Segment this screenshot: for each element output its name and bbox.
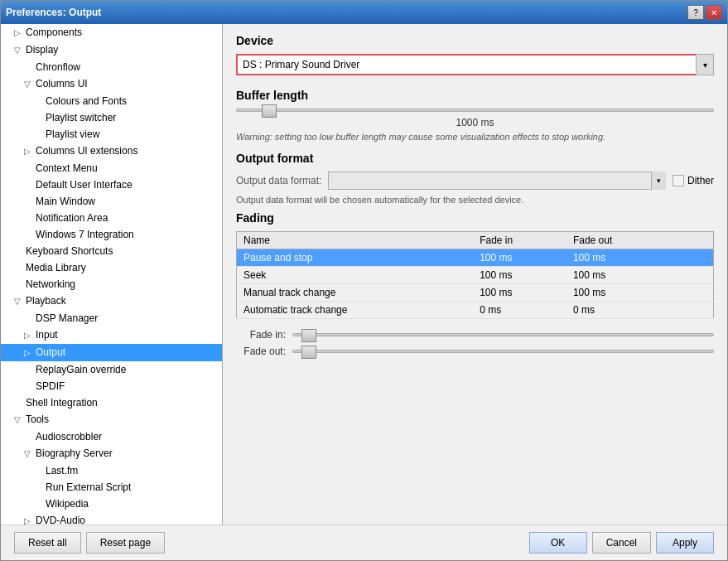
fade-in-slider-row: Fade in: — [236, 329, 714, 341]
fading-row-fade-out: 100 ms — [566, 249, 673, 267]
sidebar-item-label: Chronflow — [36, 61, 80, 73]
sidebar-item-shell-integration[interactable]: Shell Integration — [1, 394, 222, 411]
buffer-slider-row — [236, 109, 714, 112]
fading-col-name: Name — [237, 232, 474, 249]
reset-page-button[interactable]: Reset page — [86, 532, 165, 554]
sidebar-item-label: Output — [36, 346, 65, 358]
bottom-left-buttons: Reset all Reset page — [14, 532, 165, 554]
reset-all-button[interactable]: Reset all — [14, 532, 81, 554]
fading-row-extra — [673, 302, 714, 319]
sidebar-item-notification-area[interactable]: Notification Area — [1, 210, 222, 226]
sidebar-item-dsp-manager[interactable]: DSP Manager — [1, 310, 222, 326]
sidebar-item-dvd-audio[interactable]: ▷DVD-Audio — [1, 512, 222, 525]
bottom-bar: Reset all Reset page OK Cancel Apply — [1, 525, 727, 560]
sidebar-item-label: Audioscrobbler — [36, 431, 102, 443]
sidebar-item-spdif[interactable]: SPDIF — [1, 378, 222, 394]
tree-arrow-icon: ▷ — [14, 26, 26, 41]
sidebar-item-chronflow[interactable]: Chronflow — [1, 59, 222, 75]
buffer-ms-value: 1000 ms — [236, 117, 714, 128]
sidebar-item-windows-7-int[interactable]: Windows 7 Integration — [1, 226, 222, 243]
sidebar-item-wikipedia[interactable]: Wikipedia — [1, 496, 222, 512]
sidebar-item-columns-ui-ext[interactable]: ▷Columns UI extensions — [1, 143, 222, 160]
sidebar-item-label: Display — [26, 44, 58, 56]
device-section-title: Device — [236, 34, 714, 47]
fading-table-row[interactable]: Seek100 ms100 ms — [237, 267, 714, 284]
output-format-dropdown[interactable] — [328, 172, 666, 190]
fading-row-name: Pause and stop — [237, 249, 474, 267]
tree-arrow-icon: ▷ — [24, 328, 36, 343]
tree-arrow-icon: ▽ — [24, 447, 36, 462]
auto-format-note: Output data format will be chosen automa… — [236, 195, 714, 205]
fading-row-fade-in: 100 ms — [473, 249, 566, 267]
sidebar-item-label: Tools — [26, 413, 49, 425]
tree-arrow-icon: ▷ — [24, 514, 36, 525]
sidebar-item-label: Windows 7 Integration — [36, 229, 134, 240]
sidebar-item-label: Shell Integration — [26, 397, 98, 409]
sidebar-item-label: Playlist view — [46, 128, 99, 140]
fade-in-label: Fade in: — [236, 329, 286, 341]
sidebar-item-display[interactable]: ▽Display — [1, 41, 222, 59]
close-button[interactable]: ✕ — [706, 5, 722, 20]
sidebar-item-tools[interactable]: ▽Tools — [1, 411, 222, 428]
bottom-right-buttons: OK Cancel Apply — [529, 532, 714, 554]
sidebar-item-last-fm[interactable]: Last.fm — [1, 462, 222, 479]
apply-button[interactable]: Apply — [656, 532, 714, 554]
help-button[interactable]: ? — [687, 5, 704, 20]
fade-out-slider-track — [292, 350, 714, 353]
sidebar-item-networking[interactable]: Networking — [1, 276, 222, 293]
fading-col-extra — [673, 232, 714, 249]
fading-row-fade-in: 0 ms — [473, 302, 566, 319]
output-format-row: Output data format: ▾ Dither — [236, 172, 714, 190]
sidebar-item-columns-ui[interactable]: ▽Columns UI — [1, 75, 222, 93]
sidebar-item-replaygain[interactable]: ReplayGain override — [1, 361, 222, 378]
buffer-slider-track — [236, 109, 714, 112]
sidebar-item-media-library[interactable]: Media Library — [1, 259, 222, 276]
sidebar-item-label: Columns UI extensions — [36, 145, 137, 157]
fading-col-fadein: Fade in — [473, 232, 566, 249]
sidebar-item-biography-server[interactable]: ▽Biography Server — [1, 445, 222, 462]
sidebar-item-colours-fonts[interactable]: Colours and Fonts — [1, 93, 222, 109]
sidebar-item-input[interactable]: ▷Input — [1, 326, 222, 344]
dither-row: Dither — [673, 175, 714, 186]
sidebar-item-keyboard-shortcuts[interactable]: Keyboard Shortcuts — [1, 243, 222, 259]
sidebar-item-audioscrobbler[interactable]: Audioscrobbler — [1, 428, 222, 445]
title-bar-buttons: ? ✕ — [687, 5, 722, 20]
sidebar-item-label: SPDIF — [36, 380, 65, 392]
sidebar-item-label: Media Library — [26, 262, 86, 273]
fading-table-row[interactable]: Pause and stop100 ms100 ms — [237, 249, 714, 267]
tree-arrow-icon: ▽ — [14, 294, 26, 309]
dither-label: Dither — [687, 175, 714, 186]
fading-row-fade-in: 100 ms — [473, 284, 566, 302]
sidebar-item-label: Components — [26, 27, 82, 38]
sidebar-item-label: DSP Manager — [36, 312, 98, 324]
preferences-window: Preferences: Output ? ✕ ▷Components▽Disp… — [0, 0, 728, 561]
sidebar-item-default-ui[interactable]: Default User Interface — [1, 177, 222, 193]
buffer-warning-text: Warning: setting too low buffer length m… — [236, 132, 714, 142]
sidebar-item-run-external[interactable]: Run External Script — [1, 479, 222, 496]
device-dropdown[interactable]: DS : Primary Sound Driver — [236, 54, 714, 75]
fading-section: Fading Name Fade in Fade out Pause and s… — [236, 211, 714, 357]
fading-table-row[interactable]: Automatic track change0 ms0 ms — [237, 302, 714, 319]
ok-button[interactable]: OK — [529, 532, 587, 554]
fade-out-slider-row: Fade out: — [236, 346, 714, 357]
fade-in-slider-thumb[interactable] — [301, 329, 316, 342]
sidebar-item-playback[interactable]: ▽Playback — [1, 293, 222, 310]
cancel-button[interactable]: Cancel — [592, 532, 651, 554]
sidebar-item-playlist-view[interactable]: Playlist view — [1, 126, 222, 143]
buffer-slider-thumb[interactable] — [262, 104, 277, 118]
tree-arrow-icon: ▷ — [24, 144, 36, 159]
sidebar-item-playlist-switcher[interactable]: Playlist switcher — [1, 109, 222, 126]
fading-row-fade-out: 100 ms — [566, 267, 673, 284]
fading-row-extra — [673, 284, 714, 302]
dither-checkbox[interactable] — [673, 175, 684, 186]
fading-row-fade-out: 100 ms — [566, 284, 673, 302]
sidebar-item-label: Main Window — [36, 196, 95, 207]
sidebar-item-components[interactable]: ▷Components — [1, 24, 222, 41]
fading-table-row[interactable]: Manual track change100 ms100 ms — [237, 284, 714, 302]
fading-row-extra — [673, 249, 714, 267]
output-dropdown-wrapper: ▾ — [328, 172, 666, 190]
sidebar-item-main-window[interactable]: Main Window — [1, 193, 222, 210]
sidebar-item-output[interactable]: ▷Output — [1, 344, 222, 361]
fade-out-slider-thumb[interactable] — [301, 346, 316, 359]
sidebar-item-context-menu[interactable]: Context Menu — [1, 160, 222, 177]
